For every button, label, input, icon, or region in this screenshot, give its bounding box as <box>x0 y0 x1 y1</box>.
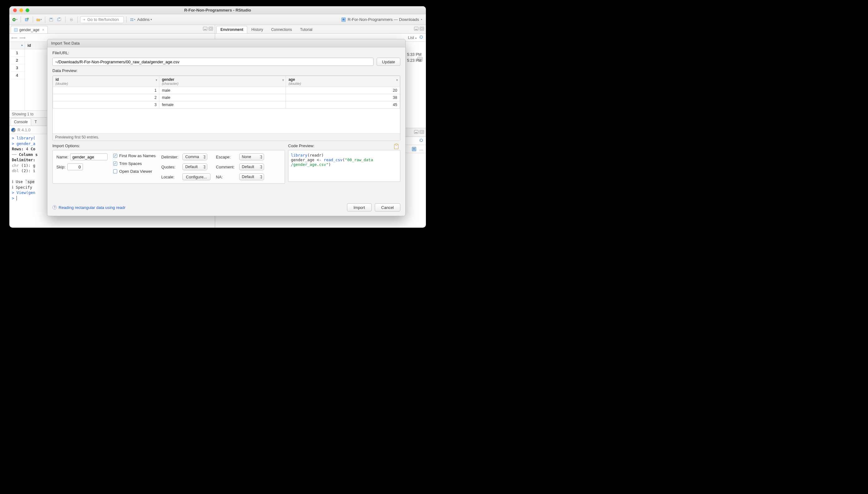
svg-rect-10 <box>71 20 72 21</box>
source-tabbar: gender_age × <box>9 25 215 34</box>
open-viewer-checkbox[interactable]: Open Data Viewer <box>113 169 156 174</box>
files-pane-controls <box>414 130 424 134</box>
file-url-label: File/URL: <box>52 51 400 55</box>
code-preview-label: Code Preview: <box>288 144 400 148</box>
name-input[interactable] <box>70 153 108 160</box>
help-icon: ? <box>52 205 57 210</box>
preview-col-age[interactable]: age(double)▼ <box>286 76 400 87</box>
close-window-button[interactable] <box>13 8 17 12</box>
env-view-mode[interactable]: List ▾ <box>408 35 417 40</box>
save-all-button[interactable] <box>56 16 63 23</box>
help-link[interactable]: ? Reading rectangular data using readr <box>52 205 126 210</box>
maximize-pane-button[interactable] <box>209 27 213 31</box>
tab-history[interactable]: History <box>247 26 267 33</box>
name-label: Name: <box>56 155 68 159</box>
new-file-button[interactable]: ▾ <box>11 16 18 23</box>
goto-placeholder: Go to file/function <box>87 17 119 22</box>
na-select[interactable]: Default▴▾ <box>239 173 264 180</box>
nav-fwd-button[interactable]: ⟹ <box>19 35 25 40</box>
preview-col-gender[interactable]: gender(character)▼ <box>159 76 286 87</box>
escape-label: Escape: <box>216 155 237 159</box>
r-logo-icon <box>11 128 16 132</box>
build-button[interactable]: ▾ <box>129 16 136 23</box>
r-version-label: R 4.1.0 <box>17 128 31 132</box>
dialog-title: Import Text Data <box>47 39 405 48</box>
comment-label: Comment: <box>216 165 237 169</box>
file-url-input[interactable] <box>52 58 373 66</box>
print-button[interactable] <box>68 16 75 23</box>
goto-file-input[interactable]: Go to file/function <box>80 16 124 23</box>
row-number[interactable]: 4 <box>9 72 25 79</box>
minimize-window-button[interactable] <box>19 8 23 12</box>
file-time: 5:33 PM <box>407 52 422 58</box>
update-button[interactable]: Update <box>377 58 400 66</box>
minimize-pane-button[interactable] <box>414 27 419 31</box>
preview-footer: Previewing first 50 entries. <box>53 133 400 141</box>
minimize-pane-button[interactable] <box>414 130 419 134</box>
svg-rect-9 <box>71 18 72 19</box>
svg-rect-4 <box>50 18 52 19</box>
svg-rect-14 <box>132 20 133 21</box>
addins-menu[interactable]: Addins ▾ <box>137 17 152 22</box>
data-preview-label: Data Preview: <box>52 68 400 73</box>
escape-select[interactable]: None▴▾ <box>239 153 264 160</box>
open-file-button[interactable]: ▾ <box>36 16 42 23</box>
terminal-tab[interactable]: T <box>31 118 40 126</box>
preview-row: 3female45 <box>53 101 400 109</box>
file-time: 5:23 PM <box>407 58 422 64</box>
nav-back-button[interactable]: ⟸ <box>11 35 17 40</box>
more-button[interactable]: … <box>419 147 423 151</box>
refresh-button[interactable] <box>419 35 423 40</box>
svg-rect-12 <box>132 18 133 19</box>
data-frame-icon <box>14 28 18 32</box>
first-row-checkbox[interactable]: ✓First Row as Names <box>113 153 156 158</box>
console-tab[interactable]: Console <box>11 118 31 126</box>
tab-tutorial[interactable]: Tutorial <box>296 26 316 33</box>
tab-environment[interactable]: Environment <box>216 26 247 33</box>
locale-label: Locale: <box>161 175 180 179</box>
project-icon: R <box>412 147 416 151</box>
refresh-button[interactable] <box>419 138 423 144</box>
window-title: R-For-Non-Programmers - RStudio <box>9 8 426 13</box>
maximize-pane-button[interactable] <box>420 27 424 31</box>
import-options-label: Import Options: <box>52 144 285 148</box>
preview-col-id[interactable]: id(double)▼ <box>53 76 159 87</box>
row-number-column: 1 2 3 4 <box>9 42 25 110</box>
goto-arrow-icon <box>82 18 86 21</box>
main-toolbar: ▾ ▾ Go to file/function ▾ Addins ▾ R R-F… <box>9 14 426 25</box>
trim-spaces-checkbox[interactable]: ✓Trim Spaces <box>113 161 156 166</box>
save-button[interactable] <box>48 16 55 23</box>
project-menu[interactable]: R R-For-Non-Programmers — Downloads ▾ <box>342 17 424 22</box>
data-preview-table: id(double)▼ gender(character)▼ age(doubl… <box>52 75 400 141</box>
row-number[interactable]: 1 <box>9 49 25 57</box>
maximize-pane-button[interactable] <box>420 130 424 134</box>
cancel-button[interactable]: Cancel <box>375 203 400 211</box>
row-number[interactable]: 2 <box>9 57 25 64</box>
import-button[interactable]: Import <box>347 203 372 211</box>
quotes-select[interactable]: Default▴▾ <box>182 164 207 170</box>
dialog-footer: ? Reading rectangular data using readr I… <box>47 202 405 216</box>
skip-label: Skip: <box>56 165 65 169</box>
code-preview[interactable]: library(readr) gender_age <- read_csv("0… <box>288 150 400 182</box>
tab-connections[interactable]: Connections <box>267 26 296 33</box>
env-pane-controls <box>414 27 424 31</box>
skip-input[interactable] <box>67 164 83 170</box>
import-options-panel: Name: Skip: ✓First Row as Names ✓Trim Sp… <box>52 150 285 184</box>
zoom-window-button[interactable] <box>25 8 29 12</box>
delimiter-label: Delimiter: <box>161 155 180 159</box>
close-tab-icon[interactable]: × <box>42 28 44 32</box>
locale-configure-button[interactable]: Configure... <box>182 173 210 180</box>
window-controls <box>9 8 29 12</box>
quotes-label: Quotes: <box>161 165 180 169</box>
svg-rect-13 <box>131 20 132 21</box>
minimize-pane-button[interactable] <box>203 27 207 31</box>
row-number[interactable]: 3 <box>9 64 25 72</box>
comment-select[interactable]: Default▴▾ <box>239 164 264 170</box>
delimiter-select[interactable]: Comma▴▾ <box>182 153 207 160</box>
preview-row: 1male20 <box>53 87 400 94</box>
na-label: NA: <box>216 175 237 179</box>
svg-rect-7 <box>59 17 60 18</box>
new-project-button[interactable] <box>23 16 30 23</box>
clipboard-icon[interactable] <box>394 144 399 149</box>
source-tab-gender-age[interactable]: gender_age × <box>11 26 48 33</box>
